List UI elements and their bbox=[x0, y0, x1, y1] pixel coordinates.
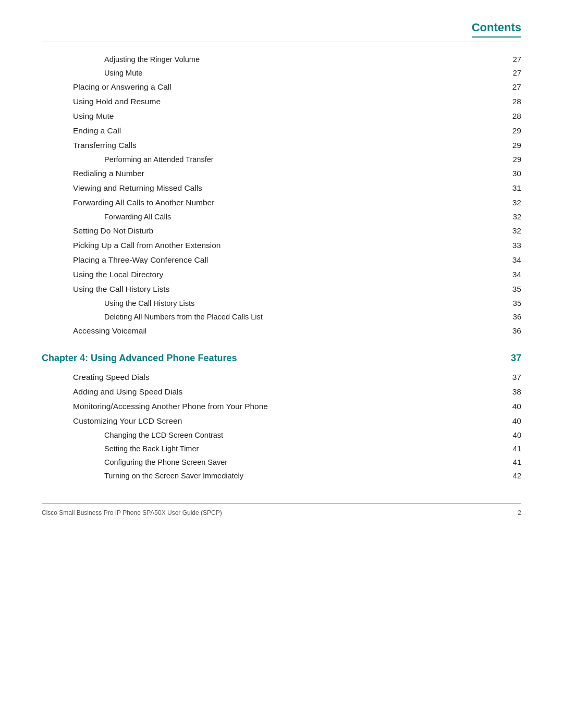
toc-item: Using Mute27 bbox=[42, 66, 521, 80]
toc-item-page: 40 bbox=[506, 431, 521, 439]
toc-item-label: Viewing and Returning Missed Calls bbox=[73, 183, 506, 193]
toc-item-label: Configuring the Phone Screen Saver bbox=[104, 458, 506, 466]
toc-item: Adjusting the Ringer Volume27 bbox=[42, 53, 521, 66]
toc-item-page: 32 bbox=[506, 226, 521, 236]
header-section: Contents bbox=[0, 0, 563, 38]
toc-item-label: Using the Call History Lists bbox=[73, 285, 506, 294]
toc-item-page: 27 bbox=[506, 69, 521, 77]
toc-item: Redialing a Number30 bbox=[42, 166, 521, 181]
toc-item-page: 29 bbox=[506, 141, 521, 150]
toc-body: Adjusting the Ringer Volume27Using Mute2… bbox=[0, 42, 563, 483]
toc-item-label: Redialing a Number bbox=[73, 169, 506, 178]
toc-item-label: Ending a Call bbox=[73, 126, 506, 135]
toc-item-label: Performing an Attended Transfer bbox=[104, 155, 506, 164]
page: Contents Adjusting the Ringer Volume27Us… bbox=[0, 0, 563, 728]
toc-item: Deleting All Numbers from the Placed Cal… bbox=[42, 310, 521, 324]
toc-item-page: 38 bbox=[506, 387, 521, 397]
toc-item-page: 36 bbox=[506, 326, 521, 336]
toc-item-label: Customizing Your LCD Screen bbox=[73, 416, 506, 426]
toc-item-page: 40 bbox=[506, 402, 521, 411]
toc-item: Forwarding All Calls to Another Number32 bbox=[42, 195, 521, 210]
toc-item-page: 28 bbox=[506, 97, 521, 106]
toc-item: Using Mute28 bbox=[42, 109, 521, 124]
toc-item-label: Using Hold and Resume bbox=[73, 97, 506, 106]
toc-item-label: Using the Local Directory bbox=[73, 270, 506, 279]
toc-item: Using the Local Directory34 bbox=[42, 267, 521, 282]
toc-item: Turning on the Screen Saver Immediately4… bbox=[42, 469, 521, 483]
toc-item-label: Deleting All Numbers from the Placed Cal… bbox=[104, 313, 506, 321]
footer: Cisco Small Business Pro IP Phone SPA50X… bbox=[0, 504, 563, 522]
toc-item-page: 36 bbox=[506, 313, 521, 321]
toc-item-page: 40 bbox=[506, 416, 521, 426]
toc-item-page: 34 bbox=[506, 270, 521, 279]
toc-item-label: Adjusting the Ringer Volume bbox=[104, 55, 506, 64]
toc-item-page: 35 bbox=[506, 299, 521, 307]
toc-item: Creating Speed Dials37 bbox=[42, 370, 521, 385]
contents-title: Contents bbox=[472, 21, 521, 38]
footer-right: 2 bbox=[518, 509, 521, 516]
toc-item: Adding and Using Speed Dials38 bbox=[42, 385, 521, 399]
toc-item-label: Turning on the Screen Saver Immediately bbox=[104, 472, 506, 480]
toc-item: Transferring Calls29 bbox=[42, 138, 521, 153]
chapter-page: 37 bbox=[511, 353, 521, 364]
toc-item-label: Using Mute bbox=[104, 69, 506, 77]
toc-item-page: 27 bbox=[506, 82, 521, 92]
toc-item-page: 35 bbox=[506, 285, 521, 294]
toc-item-label: Using the Call History Lists bbox=[104, 299, 506, 307]
toc-item-page: 41 bbox=[506, 458, 521, 466]
toc-item-label: Forwarding All Calls bbox=[104, 213, 506, 221]
toc-item-page: 29 bbox=[506, 155, 521, 164]
toc-item-label: Placing a Three-Way Conference Call bbox=[73, 255, 506, 265]
toc-item: Using the Call History Lists35 bbox=[42, 297, 521, 310]
toc-item: Viewing and Returning Missed Calls31 bbox=[42, 181, 521, 195]
toc-item-label: Setting the Back Light Timer bbox=[104, 445, 506, 453]
toc-item: Configuring the Phone Screen Saver41 bbox=[42, 455, 521, 469]
toc-item: Setting the Back Light Timer41 bbox=[42, 442, 521, 455]
toc-item-label: Creating Speed Dials bbox=[73, 373, 506, 382]
toc-item-label: Adding and Using Speed Dials bbox=[73, 387, 506, 397]
toc-item-page: 42 bbox=[506, 472, 521, 480]
toc-item-page: 37 bbox=[506, 373, 521, 382]
toc-item: Performing an Attended Transfer29 bbox=[42, 153, 521, 166]
toc-item-label: Setting Do Not Disturb bbox=[73, 226, 506, 236]
toc-item-page: 27 bbox=[506, 55, 521, 64]
toc-item: Placing a Three-Way Conference Call34 bbox=[42, 253, 521, 267]
toc-item-label: Transferring Calls bbox=[73, 141, 506, 150]
toc-item-label: Placing or Answering a Call bbox=[73, 82, 506, 92]
toc-item-label: Changing the LCD Screen Contrast bbox=[104, 431, 506, 439]
toc-item-page: 34 bbox=[506, 255, 521, 265]
toc-item: Placing or Answering a Call27 bbox=[42, 80, 521, 94]
toc-item: Using the Call History Lists35 bbox=[42, 282, 521, 297]
chapter-label: Chapter 4: Using Advanced Phone Features bbox=[42, 353, 237, 364]
toc-item-label: Using Mute bbox=[73, 112, 506, 121]
footer-left: Cisco Small Business Pro IP Phone SPA50X… bbox=[42, 509, 222, 516]
chapter-heading: Chapter 4: Using Advanced Phone Features… bbox=[42, 338, 521, 370]
toc-item: Changing the LCD Screen Contrast40 bbox=[42, 428, 521, 442]
toc-item-page: 41 bbox=[506, 445, 521, 453]
toc-item-page: 28 bbox=[506, 112, 521, 121]
toc-item-page: 30 bbox=[506, 169, 521, 178]
toc-item-label: Accessing Voicemail bbox=[73, 326, 506, 336]
toc-item-page: 32 bbox=[506, 213, 521, 221]
toc-item: Using Hold and Resume28 bbox=[42, 94, 521, 109]
toc-item: Monitoring/Accessing Another Phone from … bbox=[42, 399, 521, 414]
toc-item: Picking Up a Call from Another Extension… bbox=[42, 238, 521, 253]
toc-item: Forwarding All Calls32 bbox=[42, 210, 521, 224]
toc-item-label: Monitoring/Accessing Another Phone from … bbox=[73, 402, 506, 411]
toc-item: Customizing Your LCD Screen40 bbox=[42, 414, 521, 428]
toc-item-label: Forwarding All Calls to Another Number bbox=[73, 198, 506, 207]
toc-item-page: 29 bbox=[506, 126, 521, 135]
toc-item-label: Picking Up a Call from Another Extension bbox=[73, 241, 506, 250]
toc-item: Setting Do Not Disturb32 bbox=[42, 224, 521, 238]
toc-item-page: 32 bbox=[506, 198, 521, 207]
toc-item: Accessing Voicemail36 bbox=[42, 324, 521, 338]
toc-item-page: 31 bbox=[506, 183, 521, 193]
toc-item: Ending a Call29 bbox=[42, 124, 521, 138]
toc-item-page: 33 bbox=[506, 241, 521, 250]
